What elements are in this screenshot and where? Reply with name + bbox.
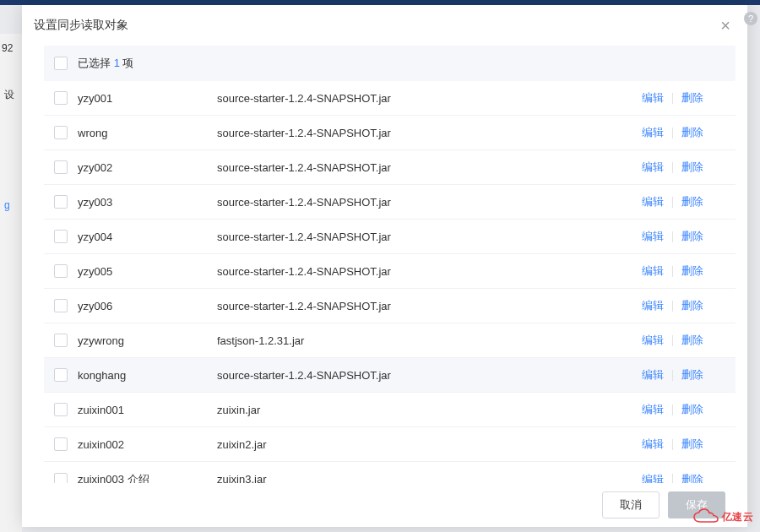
edit-link[interactable]: 编辑 — [633, 333, 672, 348]
row-checkbox[interactable] — [54, 403, 68, 416]
selection-suffix: 项 — [120, 57, 134, 69]
delete-link[interactable]: 删除 — [673, 333, 712, 348]
table-row[interactable]: wrongsource-starter-1.2.4-SNAPSHOT.jar编辑… — [44, 116, 736, 150]
row-name: wrong — [78, 127, 217, 139]
row-checkbox-cell — [44, 473, 78, 484]
row-checkbox-cell — [44, 437, 78, 451]
delete-link[interactable]: 删除 — [673, 263, 712, 279]
row-checkbox-cell — [44, 334, 78, 347]
row-checkbox[interactable] — [54, 160, 68, 174]
delete-link[interactable]: 删除 — [673, 194, 712, 209]
table-row[interactable]: yzy006source-starter-1.2.4-SNAPSHOT.jar编… — [44, 289, 736, 323]
table-row[interactable]: yzy003source-starter-1.2.4-SNAPSHOT.jar编… — [44, 185, 736, 220]
row-actions: 编辑删除 — [546, 367, 732, 383]
edit-link[interactable]: 编辑 — [633, 125, 672, 140]
row-file: source-starter-1.2.4-SNAPSHOT.jar — [217, 161, 546, 174]
row-actions: 编辑删除 — [546, 160, 732, 175]
row-checkbox[interactable] — [54, 264, 68, 278]
row-checkbox-cell — [44, 91, 78, 105]
edit-link[interactable]: 编辑 — [633, 298, 672, 313]
row-name: yzy003 — [78, 196, 217, 209]
select-all-checkbox[interactable] — [54, 57, 68, 70]
delete-link[interactable]: 删除 — [673, 367, 712, 383]
delete-link[interactable]: 删除 — [673, 229, 712, 244]
edit-link[interactable]: 编辑 — [633, 437, 672, 452]
table-row[interactable]: yzywrongfastjson-1.2.31.jar编辑删除 — [44, 323, 736, 358]
edit-link[interactable]: 编辑 — [633, 402, 672, 417]
row-actions: 编辑删除 — [546, 472, 732, 484]
table-row[interactable]: zuixin003 介绍zuixin3.jar编辑删除 — [44, 462, 736, 483]
row-checkbox[interactable] — [54, 91, 68, 105]
backdrop-sidebar: 92 设 g — [0, 34, 22, 532]
header-checkbox-cell — [44, 57, 78, 70]
row-checkbox[interactable] — [54, 230, 68, 243]
close-icon[interactable]: × — [715, 15, 736, 35]
brand-watermark: 亿速云 — [693, 508, 754, 525]
row-file: zuixin3.jar — [217, 473, 546, 483]
table-body: yzy001source-starter-1.2.4-SNAPSHOT.jar编… — [44, 81, 736, 483]
backdrop-link: g — [0, 102, 22, 211]
table-row[interactable]: yzy001source-starter-1.2.4-SNAPSHOT.jar编… — [44, 81, 736, 116]
edit-link[interactable]: 编辑 — [633, 194, 672, 209]
table-row[interactable]: zuixin002zuixin2.jar编辑删除 — [44, 427, 736, 462]
selection-count: 1 — [114, 57, 120, 69]
table-row[interactable]: yzy005source-starter-1.2.4-SNAPSHOT.jar编… — [44, 254, 736, 289]
row-actions: 编辑删除 — [546, 125, 732, 140]
row-name: yzy002 — [78, 161, 217, 174]
row-actions: 编辑删除 — [546, 263, 732, 279]
row-checkbox[interactable] — [54, 473, 68, 484]
row-file: source-starter-1.2.4-SNAPSHOT.jar — [217, 127, 546, 139]
row-checkbox[interactable] — [54, 334, 68, 347]
row-checkbox[interactable] — [54, 299, 68, 312]
row-checkbox[interactable] — [54, 195, 68, 209]
table-row[interactable]: konghangsource-starter-1.2.4-SNAPSHOT.ja… — [44, 358, 736, 393]
row-actions: 编辑删除 — [546, 402, 732, 417]
row-name: yzy005 — [78, 265, 217, 278]
row-actions: 编辑删除 — [546, 194, 732, 209]
brand-text: 亿速云 — [722, 510, 754, 524]
delete-link[interactable]: 删除 — [673, 402, 712, 417]
row-file: source-starter-1.2.4-SNAPSHOT.jar — [217, 369, 546, 382]
row-name: zuixin002 — [78, 438, 217, 451]
row-name: yzy001 — [78, 92, 217, 105]
row-file: source-starter-1.2.4-SNAPSHOT.jar — [217, 92, 546, 105]
table-row[interactable]: yzy002source-starter-1.2.4-SNAPSHOT.jar编… — [44, 150, 736, 185]
table-row[interactable]: yzy004source-starter-1.2.4-SNAPSHOT.jar编… — [44, 220, 736, 254]
edit-link[interactable]: 编辑 — [633, 229, 672, 244]
row-actions: 编辑删除 — [546, 437, 732, 452]
row-actions: 编辑删除 — [546, 298, 732, 313]
row-checkbox-cell — [44, 368, 78, 382]
delete-link[interactable]: 删除 — [673, 125, 712, 140]
table-scroll-area[interactable]: 已选择 1 项 yzy001source-starter-1.2.4-SNAPS… — [44, 46, 736, 483]
edit-link[interactable]: 编辑 — [633, 472, 672, 484]
table-row[interactable]: zuixin001zuixin.jar编辑删除 — [44, 393, 736, 427]
row-checkbox[interactable] — [54, 437, 68, 451]
edit-link[interactable]: 编辑 — [633, 367, 672, 383]
row-checkbox-cell — [44, 160, 78, 174]
delete-link[interactable]: 删除 — [673, 437, 712, 452]
delete-link[interactable]: 删除 — [673, 90, 712, 106]
row-name: yzywrong — [78, 334, 217, 347]
edit-link[interactable]: 编辑 — [633, 160, 672, 175]
row-checkbox[interactable] — [54, 368, 68, 382]
row-file: source-starter-1.2.4-SNAPSHOT.jar — [217, 265, 546, 278]
row-checkbox-cell — [44, 195, 78, 209]
help-icon[interactable]: ? — [744, 12, 757, 25]
selection-summary: 已选择 1 项 — [78, 56, 217, 71]
modal-title: 设置同步读取对象 — [34, 18, 128, 33]
row-name: yzy004 — [78, 231, 217, 243]
row-checkbox-cell — [44, 403, 78, 416]
delete-link[interactable]: 删除 — [673, 298, 712, 313]
row-name: konghang — [78, 369, 217, 382]
edit-link[interactable]: 编辑 — [633, 90, 672, 106]
row-name: yzy006 — [78, 300, 217, 312]
selection-prefix: 已选择 — [78, 57, 114, 69]
delete-link[interactable]: 删除 — [673, 472, 712, 484]
delete-link[interactable]: 删除 — [673, 160, 712, 175]
edit-link[interactable]: 编辑 — [633, 263, 672, 279]
cancel-button[interactable]: 取消 — [602, 491, 660, 518]
row-file: source-starter-1.2.4-SNAPSHOT.jar — [217, 231, 546, 243]
row-checkbox[interactable] — [54, 126, 68, 139]
row-checkbox-cell — [44, 264, 78, 278]
backdrop-label: 设 — [0, 54, 22, 102]
